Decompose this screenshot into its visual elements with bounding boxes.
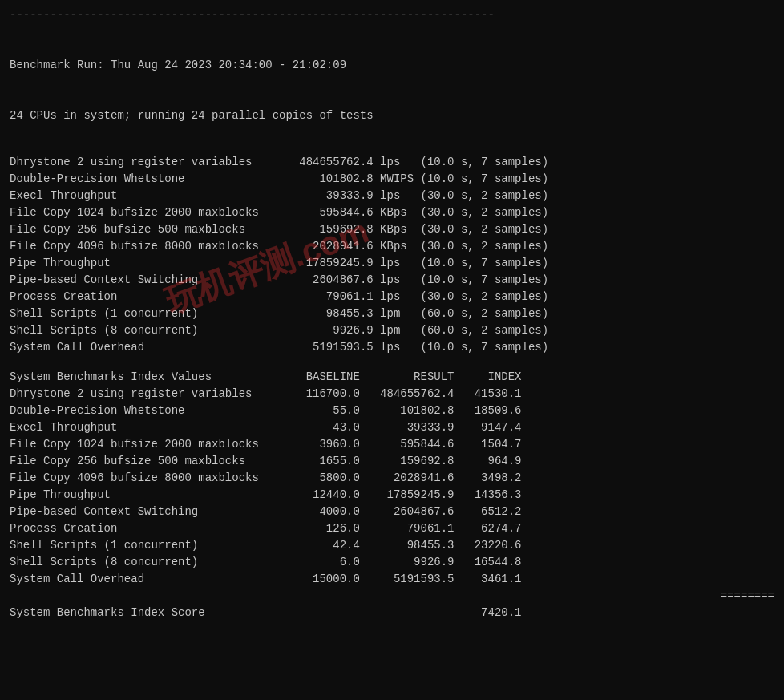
bench-name: Dhrystone 2 using register variables bbox=[10, 156, 279, 168]
bench-row: Dhrystone 2 using register variables 484… bbox=[10, 154, 774, 171]
bench-name: File Copy 256 bufsize 500 maxblocks bbox=[10, 223, 279, 236]
equals-line: ======== bbox=[10, 588, 774, 605]
bench-value: 39333.9 lps bbox=[279, 189, 420, 202]
bench-time: (10.0 s, 7 samples) bbox=[421, 257, 549, 269]
bench-value: 79061.1 lps bbox=[279, 290, 420, 303]
index-row: System Call Overhead 15000.0 5191593.5 3… bbox=[10, 571, 774, 588]
bench-row: File Copy 1024 bufsize 2000 maxblocks 59… bbox=[10, 204, 774, 221]
bench-time: (10.0 s, 7 samples) bbox=[421, 273, 549, 286]
bench-value: 159692.8 KBps bbox=[279, 223, 420, 236]
index-row: Pipe Throughput 12440.0 17859245.9 14356… bbox=[10, 487, 774, 504]
bench-name: Shell Scripts (1 concurrent) bbox=[10, 307, 279, 320]
bench-time: (30.0 s, 2 samples) bbox=[421, 240, 549, 253]
bench-name: Process Creation bbox=[10, 290, 279, 303]
bench-value: 5191593.5 lps bbox=[279, 341, 420, 354]
bench-value: 484655762.4 lps bbox=[279, 156, 420, 168]
bench-time: (10.0 s, 7 samples) bbox=[421, 172, 549, 185]
bench-row: Pipe Throughput 17859245.9 lps (10.0 s, … bbox=[10, 255, 774, 272]
index-row: Process Creation 126.0 79061.1 6274.7 bbox=[10, 520, 774, 537]
bench-name: File Copy 4096 bufsize 8000 maxblocks bbox=[10, 240, 279, 253]
bench-row: Pipe-based Context Switching 2604867.6 l… bbox=[10, 272, 774, 289]
bench-value: 9926.9 lpm bbox=[279, 324, 420, 337]
bench-value: 98455.3 lpm bbox=[279, 307, 420, 320]
bench-value: 17859245.9 lps bbox=[279, 257, 420, 269]
bench-row: Execl Throughput 39333.9 lps (30.0 s, 2 … bbox=[10, 188, 774, 204]
bench-name: Shell Scripts (8 concurrent) bbox=[10, 324, 279, 337]
bench-row: Double-Precision Whetstone 101802.8 MWIP… bbox=[10, 171, 774, 188]
bench-time: (60.0 s, 2 samples) bbox=[421, 324, 549, 337]
bench-name: Double-Precision Whetstone bbox=[10, 172, 279, 185]
index-row: Execl Throughput 43.0 39333.9 9147.4 bbox=[10, 419, 774, 436]
index-row: File Copy 256 bufsize 500 maxblocks 1655… bbox=[10, 453, 774, 470]
bench-value: 2028941.6 KBps bbox=[279, 240, 420, 253]
index-row: Dhrystone 2 using register variables 116… bbox=[10, 386, 774, 403]
bench-run-line1: Benchmark Run: Thu Aug 24 2023 20:34:00 … bbox=[10, 57, 774, 74]
bench-time: (30.0 s, 2 samples) bbox=[421, 206, 549, 219]
bench-time: (30.0 s, 2 samples) bbox=[421, 223, 549, 236]
index-row: Pipe-based Context Switching 4000.0 2604… bbox=[10, 504, 774, 520]
index-header: System Benchmarks Index Values BASELINE … bbox=[10, 369, 774, 386]
bench-value: 2604867.6 lps bbox=[279, 273, 420, 286]
index-row: Shell Scripts (8 concurrent) 6.0 9926.9 … bbox=[10, 554, 774, 571]
bench-time: (30.0 s, 2 samples) bbox=[421, 290, 549, 303]
bench-time: (60.0 s, 2 samples) bbox=[421, 307, 549, 320]
bench-row: File Copy 256 bufsize 500 maxblocks 1596… bbox=[10, 221, 774, 238]
index-row: Shell Scripts (1 concurrent) 42.4 98455.… bbox=[10, 537, 774, 554]
bench-row: Shell Scripts (8 concurrent) 9926.9 lpm … bbox=[10, 322, 774, 339]
bench-value: 595844.6 KBps bbox=[279, 206, 420, 219]
bench-name: File Copy 1024 bufsize 2000 maxblocks bbox=[10, 206, 279, 219]
bench-row: Shell Scripts (1 concurrent) 98455.3 lpm… bbox=[10, 305, 774, 322]
bench-name: System Call Overhead bbox=[10, 341, 279, 354]
bench-name: Pipe Throughput bbox=[10, 257, 279, 269]
bench-info: Benchmark Run: Thu Aug 24 2023 20:34:00 … bbox=[10, 23, 774, 141]
index-row: File Copy 1024 bufsize 2000 maxblocks 39… bbox=[10, 436, 774, 453]
bench-time: (30.0 s, 2 samples) bbox=[421, 189, 549, 202]
separator: ----------------------------------------… bbox=[10, 6, 774, 23]
bench-row: File Copy 4096 bufsize 8000 maxblocks 20… bbox=[10, 238, 774, 255]
index-row: Double-Precision Whetstone 55.0 101802.8… bbox=[10, 403, 774, 419]
index-section: System Benchmarks Index Values BASELINE … bbox=[10, 369, 774, 621]
bench-name: Pipe-based Context Switching bbox=[10, 273, 279, 286]
index-row: File Copy 4096 bufsize 8000 maxblocks 58… bbox=[10, 470, 774, 487]
bench-value: 101802.8 MWIPS bbox=[279, 172, 420, 185]
bench-row: System Call Overhead 5191593.5 lps (10.0… bbox=[10, 339, 774, 356]
bench-name: Execl Throughput bbox=[10, 189, 279, 202]
bench-row: Process Creation 79061.1 lps (30.0 s, 2 … bbox=[10, 289, 774, 305]
bench-time: (10.0 s, 7 samples) bbox=[421, 156, 549, 168]
benchmark-table: Dhrystone 2 using register variables 484… bbox=[10, 154, 774, 356]
bench-time: (10.0 s, 7 samples) bbox=[421, 341, 549, 354]
bench-run-line2: 24 CPUs in system; running 24 parallel c… bbox=[10, 107, 774, 124]
score-line: System Benchmarks Index Score 7420.1 bbox=[10, 605, 774, 621]
